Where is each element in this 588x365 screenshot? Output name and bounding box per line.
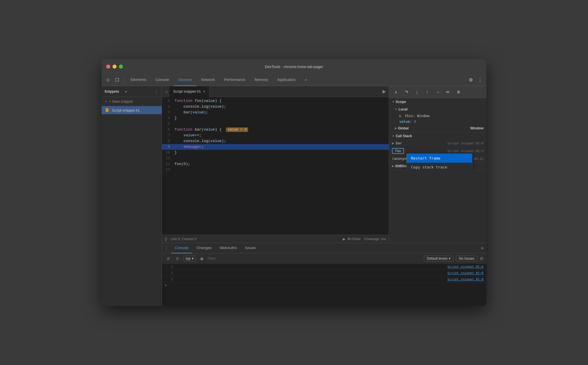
tab-console[interactable]: Console <box>151 74 174 86</box>
editor-back-icon[interactable]: ◁ <box>162 89 170 94</box>
active-frame-icon: ▶ <box>392 141 394 145</box>
no-issues-button[interactable]: No Issues <box>456 256 477 261</box>
sidebar: Snippets » ⋮ + + New snippet Script snip… <box>102 86 162 306</box>
console-block-btn[interactable]: ⊝ <box>174 255 181 262</box>
pause-btn[interactable]: ⏸ <box>454 88 463 96</box>
local-header[interactable]: ▼ Local <box>389 106 486 113</box>
device-icon[interactable]: ☐ <box>113 76 121 84</box>
editor-tab-snippet[interactable]: Script snippet #1 ✕ <box>170 86 209 97</box>
plus-icon: + <box>105 99 107 104</box>
step-btn[interactable]: → <box>433 88 442 96</box>
context-menu-restart-frame[interactable]: Restart frame <box>407 154 472 163</box>
value-num: 3 <box>414 120 416 124</box>
console-filter-input[interactable] <box>208 256 421 261</box>
call-stack-foo[interactable]: foo Script snippet #1:3 Restart frame Co… <box>389 147 486 155</box>
sidebar-options-icon[interactable]: ⋮ <box>154 89 159 94</box>
value-key: value: <box>399 120 412 124</box>
snippet-file-icon <box>105 108 110 112</box>
editor-tab-close-icon[interactable]: ✕ <box>203 90 206 94</box>
tab-network[interactable]: Network <box>197 74 220 86</box>
toolbar-right: ⚙ ⋮ <box>467 76 484 84</box>
tab-memory[interactable]: Memory <box>250 74 273 86</box>
code-line-3: 3 bar(value); <box>162 110 389 115</box>
tab-sources[interactable]: Sources <box>174 74 197 86</box>
call-stack-bar[interactable]: ▶ bar Script snippet #1:9 <box>389 140 486 147</box>
cursor-icon[interactable]: ⊹ <box>104 76 112 84</box>
new-snippet-label: + New snippet <box>109 99 133 104</box>
step-over-btn[interactable]: ↷ <box>402 88 411 96</box>
triangle-right-icon: ▶ <box>395 127 397 130</box>
console-clear-btn[interactable]: ⊘ <box>165 255 172 262</box>
console-row-2: 2 Script snippet #1:8 <box>162 270 486 276</box>
tab-elements[interactable]: Elements <box>126 74 151 86</box>
tab-application[interactable]: Application <box>273 74 300 86</box>
format-btn[interactable]: {} <box>165 237 167 241</box>
code-line-7: 7 value++; <box>162 133 389 138</box>
close-button[interactable] <box>106 65 110 69</box>
sidebar-more-btn[interactable]: » <box>122 88 130 96</box>
deactivate-btn[interactable]: ✏ <box>444 88 452 96</box>
scope-panel: ▼ Scope ▼ Local ▶ this: Window <box>389 98 486 170</box>
more-options-icon[interactable]: ⋮ <box>476 76 484 84</box>
console-line-1: 1 <box>165 265 176 269</box>
console-link-3[interactable]: Script snippet #1:8 <box>447 277 483 281</box>
step-into-btn[interactable]: ↓ <box>413 88 421 96</box>
settings-icon[interactable]: ⚙ <box>467 76 475 84</box>
title-bar: DevTools - chrome://new-tab-page/ <box>102 59 486 74</box>
new-snippet-button[interactable]: + + New snippet <box>102 97 162 106</box>
console-eye-btn[interactable]: ◉ <box>198 255 205 262</box>
console-link-1[interactable]: Script snippet #1:8 <box>447 265 483 269</box>
tab-issues[interactable]: Issues <box>241 243 259 253</box>
tab-performance[interactable]: Performance <box>219 74 250 86</box>
snippet-item-1[interactable]: Script snippet #1 <box>102 106 162 114</box>
step-out-btn[interactable]: ↑ <box>423 88 432 96</box>
top-label: top <box>186 257 191 261</box>
this-item: ▶ this: Window <box>389 113 486 119</box>
debug-toolbar: ⏵ ↷ ↓ ↑ → ✏ ⏸ <box>389 86 486 98</box>
default-levels-button[interactable]: Default levels ▾ <box>424 256 454 261</box>
context-menu-copy-stack[interactable]: Copy stack trace <box>407 163 472 170</box>
right-panel-inner: ▼ Scope ▼ Local ▶ this: Window <box>389 98 486 243</box>
code-line-5: 5 <box>162 121 389 127</box>
local-label: Local <box>399 107 407 111</box>
code-line-11: 11 <box>162 156 389 161</box>
tab-webauthn[interactable]: WebAuthn <box>216 243 240 253</box>
foo-button[interactable]: foo <box>392 148 404 154</box>
minimize-button[interactable] <box>113 65 117 69</box>
code-line-10: 10 } <box>162 150 389 156</box>
tab-console-bottom[interactable]: Console <box>171 243 192 253</box>
global-header[interactable]: ▶ Global Window <box>389 125 486 132</box>
top-selector[interactable]: top ▾ <box>183 256 196 261</box>
call-fn-bar: bar <box>396 141 402 145</box>
console-settings-icon[interactable]: ⚙ <box>480 256 483 261</box>
devtools-window: DevTools - chrome://new-tab-page/ ⊹ ☐ El… <box>102 59 486 306</box>
tab-more[interactable]: » <box>300 74 311 86</box>
default-levels-dropdown-icon: ▾ <box>449 257 450 261</box>
coverage-status: Coverage: n/a <box>364 237 386 241</box>
default-levels-label: Default levels <box>427 257 448 261</box>
console-link-2[interactable]: Script snippet #1:8 <box>447 271 483 275</box>
global-label: Global <box>398 126 409 130</box>
maximize-button[interactable] <box>119 65 123 69</box>
code-line-4: 4 } <box>162 115 389 121</box>
toolbar-divider <box>123 77 124 83</box>
bottom-panel-close-icon[interactable]: ✕ <box>481 246 484 251</box>
editor-run-icon[interactable]: ▶ <box>380 89 389 94</box>
content-area: Snippets » ⋮ + + New snippet Script snip… <box>102 86 486 306</box>
sidebar-title: Snippets <box>105 90 119 94</box>
resume-btn[interactable]: ⏵ <box>392 88 401 96</box>
window-title: DevTools - chrome://new-tab-page/ <box>265 65 323 69</box>
bottom-panel: ⋮ Console Changes WebAuthn Issues ✕ ⊘ ⊝ … <box>162 243 486 306</box>
code-editor[interactable]: 1 function foo(value) { 2 console.log(va… <box>162 97 389 235</box>
call-stack-header[interactable]: ▼ Call Stack <box>389 132 486 140</box>
scope-label: Scope <box>396 100 406 104</box>
tab-changes[interactable]: Changes <box>193 243 215 253</box>
run-button[interactable]: ▶ ⌘+Enter <box>343 237 361 241</box>
triangle-down-call-icon: ▼ <box>392 135 394 137</box>
scope-header[interactable]: ▼ Scope <box>389 98 486 106</box>
console-prompt[interactable]: > <box>162 283 486 288</box>
call-stack-section: ▼ Call Stack ▶ bar Script snippet #1:9 <box>389 132 486 162</box>
triangle-right-xhr-icon: ▶ <box>392 165 394 168</box>
console-row-1: 1 Script snippet #1:8 <box>162 264 486 270</box>
bottom-more-icon[interactable]: ⋮ <box>164 246 169 251</box>
